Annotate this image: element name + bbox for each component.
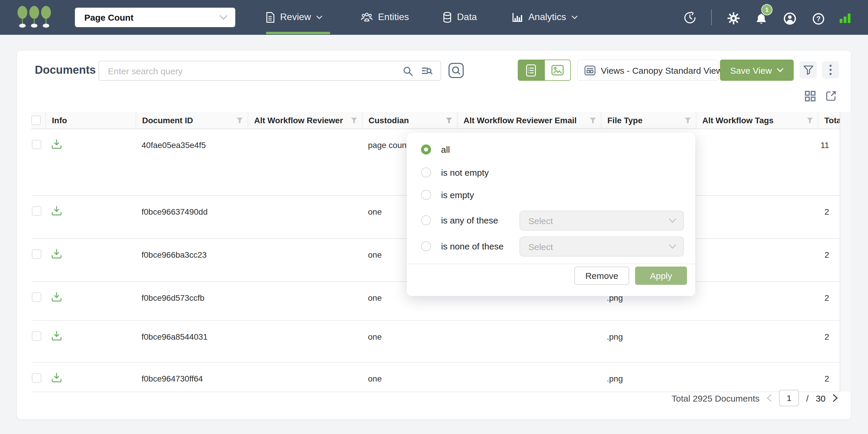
views-selector[interactable]: Views - Canopy Standard View <box>577 60 719 81</box>
chevron-right-icon[interactable] <box>833 394 838 402</box>
tab-entities[interactable]: Entities <box>361 0 409 34</box>
file-type: .png <box>601 363 696 392</box>
table-scroll-gutter[interactable] <box>840 112 851 392</box>
chevron-down-icon <box>669 244 683 249</box>
download-icon[interactable] <box>51 206 135 216</box>
list-search-icon[interactable] <box>422 67 433 76</box>
alt-workflow-tags <box>696 239 818 281</box>
funnel-icon <box>803 65 813 75</box>
total: 11 <box>818 129 840 195</box>
total: 2 <box>818 282 840 320</box>
alt-workflow-reviewer <box>248 321 362 362</box>
alt-workflow-reviewer <box>248 282 362 320</box>
chevron-down-icon <box>669 218 683 223</box>
chevron-down-icon <box>219 15 228 20</box>
radio[interactable] <box>421 241 431 251</box>
document-id: f0bce966ba3cc23 <box>135 239 248 281</box>
download-icon[interactable] <box>51 249 135 259</box>
alt-workflow-reviewer <box>248 196 362 238</box>
funnel-icon[interactable] <box>685 117 691 124</box>
funnel-icon[interactable] <box>446 117 452 124</box>
filter-option-is-empty[interactable]: is empty <box>421 190 474 200</box>
alt-workflow-reviewer <box>248 129 362 195</box>
funnel-icon[interactable] <box>590 117 596 124</box>
filter-option-all[interactable]: all <box>421 145 450 154</box>
filter-button[interactable] <box>800 61 817 79</box>
select-all-checkbox[interactable] <box>31 116 41 125</box>
row-checkbox[interactable] <box>32 206 41 216</box>
tab-data[interactable]: Data <box>443 0 477 34</box>
radio[interactable] <box>421 190 431 200</box>
app: Page Count Review <box>0 0 868 434</box>
table-header-row: Info Document ID Alt Workflow Reviewer C… <box>31 112 840 129</box>
funnel-icon[interactable] <box>807 117 813 124</box>
table-row[interactable]: f0bce964730ff64 one .png 2 <box>31 363 840 392</box>
boxed-search-icon[interactable] <box>448 63 464 79</box>
filter-option-is-not-empty[interactable]: is not empty <box>421 167 489 178</box>
filter-option-is-none-of-these[interactable]: is none of these <box>421 241 503 251</box>
alt-workflow-reviewer-email <box>457 363 601 392</box>
bar-chart-icon <box>512 12 523 22</box>
project-selector[interactable]: Page Count <box>75 8 235 27</box>
alt-workflow-tags <box>696 196 818 238</box>
history-icon[interactable] <box>683 11 696 24</box>
document-id: f0bce96637490dd <box>135 196 248 238</box>
gear-icon[interactable] <box>727 12 740 25</box>
svg-text:?: ? <box>816 15 821 23</box>
funnel-icon[interactable] <box>237 117 243 124</box>
image-view-icon <box>551 65 564 75</box>
list-view-toggle[interactable] <box>518 60 544 81</box>
header-select-cell <box>31 112 45 129</box>
radio[interactable] <box>421 215 431 225</box>
tab-analytics[interactable]: Analytics <box>512 0 578 34</box>
alt-workflow-tags <box>696 282 818 320</box>
page-number-input[interactable] <box>779 390 799 406</box>
row-checkbox[interactable] <box>32 332 41 341</box>
save-view-button[interactable]: Save View <box>720 60 794 81</box>
is-none-of-these-select[interactable]: Select <box>520 237 684 256</box>
grid-view-icon[interactable] <box>805 91 815 101</box>
table-row[interactable]: f0bce96a8544031 one .png 2 <box>31 321 840 363</box>
column-header-document-id: Document ID <box>135 112 248 129</box>
row-checkbox[interactable] <box>32 249 41 259</box>
total-documents-label: Total 2925 Documents <box>672 393 760 403</box>
download-icon[interactable] <box>51 331 135 341</box>
chevron-left-icon[interactable] <box>767 394 772 402</box>
row-checkbox[interactable] <box>32 140 41 149</box>
signal-bars-icon[interactable] <box>840 13 851 23</box>
export-icon[interactable] <box>826 91 836 101</box>
top-navbar: Page Count Review <box>0 0 868 35</box>
database-icon <box>443 11 452 23</box>
more-options-button[interactable] <box>822 61 839 79</box>
funnel-icon[interactable] <box>351 117 357 124</box>
kebab-icon <box>829 64 832 75</box>
apply-button[interactable]: Apply <box>635 267 687 285</box>
help-icon[interactable]: ? <box>812 12 825 25</box>
chevron-down-icon <box>777 68 784 72</box>
logo[interactable] <box>17 6 52 28</box>
row-checkbox[interactable] <box>32 292 41 302</box>
image-view-toggle[interactable] <box>544 60 571 81</box>
column-header-file-type: File Type <box>601 112 696 129</box>
profile-icon[interactable] <box>783 12 797 25</box>
is-any-of-these-select[interactable]: Select <box>520 211 684 230</box>
document-id: f0bce964730ff64 <box>135 363 248 392</box>
alt-workflow-reviewer <box>248 239 362 281</box>
radio-selected[interactable] <box>421 145 431 154</box>
remove-button[interactable]: Remove <box>574 267 629 285</box>
download-icon[interactable] <box>51 292 135 302</box>
chevron-down-icon <box>316 15 323 19</box>
radio[interactable] <box>421 167 431 178</box>
column-header-custodian: Custodian <box>362 112 457 129</box>
search-icon[interactable] <box>403 66 413 77</box>
filter-option-is-any-of-these[interactable]: is any of these <box>421 215 498 225</box>
download-icon[interactable] <box>51 373 135 383</box>
tab-review[interactable]: Review <box>266 0 323 34</box>
tab-label: Entities <box>378 12 409 22</box>
document-id: f0bce96d573ccfb <box>135 282 248 320</box>
search-input[interactable] <box>99 61 440 80</box>
download-icon[interactable] <box>51 139 135 149</box>
row-checkbox[interactable] <box>32 373 41 383</box>
page-separator: / <box>806 393 808 403</box>
tab-label: Data <box>457 12 477 22</box>
